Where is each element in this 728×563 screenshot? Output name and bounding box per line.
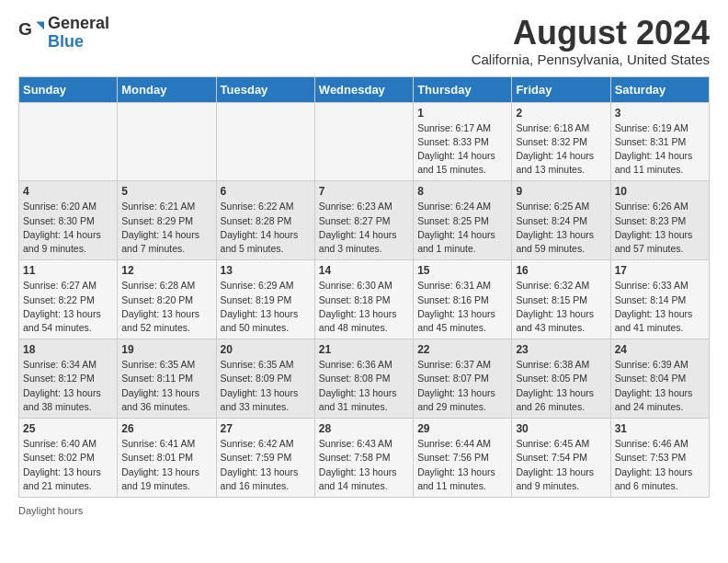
day-number: 23 <box>516 343 606 356</box>
calendar-cell <box>19 102 118 181</box>
svg-text:G: G <box>18 18 32 38</box>
calendar-day-header: Sunday <box>19 76 118 102</box>
day-number: 30 <box>516 422 606 435</box>
calendar-cell: 9Sunrise: 6:25 AM Sunset: 8:24 PM Daylig… <box>512 181 610 260</box>
day-number: 25 <box>23 422 113 435</box>
day-detail: Sunrise: 6:43 AM Sunset: 7:58 PM Dayligh… <box>319 437 409 493</box>
day-detail: Sunrise: 6:23 AM Sunset: 8:27 PM Dayligh… <box>319 200 409 256</box>
day-detail: Sunrise: 6:30 AM Sunset: 8:18 PM Dayligh… <box>319 279 409 335</box>
calendar-cell: 22Sunrise: 6:37 AM Sunset: 8:07 PM Dayli… <box>414 339 512 419</box>
day-detail: Sunrise: 6:33 AM Sunset: 8:14 PM Dayligh… <box>615 279 705 335</box>
calendar-cell: 30Sunrise: 6:45 AM Sunset: 7:54 PM Dayli… <box>512 419 610 498</box>
calendar-body: 1Sunrise: 6:17 AM Sunset: 8:33 PM Daylig… <box>19 102 710 497</box>
day-detail: Sunrise: 6:22 AM Sunset: 8:28 PM Dayligh… <box>221 200 311 256</box>
day-number: 16 <box>516 264 606 277</box>
calendar-cell: 7Sunrise: 6:23 AM Sunset: 8:27 PM Daylig… <box>314 181 413 260</box>
calendar-cell <box>118 102 216 181</box>
day-detail: Sunrise: 6:35 AM Sunset: 8:11 PM Dayligh… <box>121 358 211 414</box>
calendar-cell: 29Sunrise: 6:44 AM Sunset: 7:56 PM Dayli… <box>414 419 512 498</box>
calendar-cell: 1Sunrise: 6:17 AM Sunset: 8:33 PM Daylig… <box>414 102 512 181</box>
day-detail: Sunrise: 6:28 AM Sunset: 8:20 PM Dayligh… <box>121 279 211 335</box>
day-number: 12 <box>121 264 211 277</box>
calendar-week-row: 1Sunrise: 6:17 AM Sunset: 8:33 PM Daylig… <box>19 102 710 181</box>
day-detail: Sunrise: 6:40 AM Sunset: 8:02 PM Dayligh… <box>23 437 113 493</box>
calendar-day-header: Friday <box>512 76 610 102</box>
calendar-cell: 15Sunrise: 6:31 AM Sunset: 8:16 PM Dayli… <box>414 260 512 339</box>
day-detail: Sunrise: 6:37 AM Sunset: 8:07 PM Dayligh… <box>417 358 507 414</box>
day-number: 21 <box>319 343 409 356</box>
day-number: 18 <box>23 343 113 356</box>
day-detail: Sunrise: 6:18 AM Sunset: 8:32 PM Dayligh… <box>516 121 606 178</box>
day-number: 2 <box>516 107 606 120</box>
day-number: 1 <box>417 107 507 120</box>
day-detail: Sunrise: 6:29 AM Sunset: 8:19 PM Dayligh… <box>221 279 311 335</box>
calendar-cell: 26Sunrise: 6:41 AM Sunset: 8:01 PM Dayli… <box>118 419 216 498</box>
day-number: 13 <box>221 264 311 277</box>
day-detail: Sunrise: 6:45 AM Sunset: 7:54 PM Dayligh… <box>516 437 606 493</box>
calendar-cell: 12Sunrise: 6:28 AM Sunset: 8:20 PM Dayli… <box>118 260 216 339</box>
calendar-cell: 19Sunrise: 6:35 AM Sunset: 8:11 PM Dayli… <box>118 339 216 419</box>
day-detail: Sunrise: 6:35 AM Sunset: 8:09 PM Dayligh… <box>221 358 311 414</box>
day-number: 28 <box>319 422 409 435</box>
day-number: 27 <box>221 422 311 435</box>
day-number: 10 <box>615 185 705 198</box>
day-detail: Sunrise: 6:44 AM Sunset: 7:56 PM Dayligh… <box>417 437 507 493</box>
day-number: 26 <box>121 422 211 435</box>
day-detail: Sunrise: 6:17 AM Sunset: 8:33 PM Dayligh… <box>417 121 507 178</box>
day-detail: Sunrise: 6:41 AM Sunset: 8:01 PM Dayligh… <box>121 437 211 493</box>
calendar-day-header: Wednesday <box>314 76 413 102</box>
day-detail: Sunrise: 6:31 AM Sunset: 8:16 PM Dayligh… <box>417 279 507 335</box>
calendar-cell: 27Sunrise: 6:42 AM Sunset: 7:59 PM Dayli… <box>216 419 314 498</box>
day-number: 8 <box>417 185 507 198</box>
day-detail: Sunrise: 6:24 AM Sunset: 8:25 PM Dayligh… <box>417 200 507 256</box>
calendar-day-header: Tuesday <box>216 76 314 102</box>
day-number: 15 <box>417 264 507 277</box>
day-detail: Sunrise: 6:42 AM Sunset: 7:59 PM Dayligh… <box>221 437 311 493</box>
calendar-table: SundayMondayTuesdayWednesdayThursdayFrid… <box>18 76 710 498</box>
day-detail: Sunrise: 6:46 AM Sunset: 7:53 PM Dayligh… <box>615 437 705 493</box>
calendar-cell: 3Sunrise: 6:19 AM Sunset: 8:31 PM Daylig… <box>610 102 709 181</box>
day-number: 19 <box>121 343 211 356</box>
footer-daylight: Daylight hours <box>18 505 710 516</box>
day-number: 20 <box>221 343 311 356</box>
calendar-header-row: SundayMondayTuesdayWednesdayThursdayFrid… <box>19 76 710 102</box>
logo-icon: G <box>18 18 44 48</box>
day-number: 3 <box>615 107 705 120</box>
title-area: August 2024 California, Pennsylvania, Un… <box>472 15 710 67</box>
calendar-week-row: 4Sunrise: 6:20 AM Sunset: 8:30 PM Daylig… <box>19 181 710 260</box>
day-detail: Sunrise: 6:36 AM Sunset: 8:08 PM Dayligh… <box>319 358 409 414</box>
subtitle: California, Pennsylvania, United States <box>472 52 710 67</box>
calendar-cell: 18Sunrise: 6:34 AM Sunset: 8:12 PM Dayli… <box>19 339 118 419</box>
logo-text-general: General <box>48 15 109 33</box>
calendar-cell: 11Sunrise: 6:27 AM Sunset: 8:22 PM Dayli… <box>19 260 118 339</box>
day-detail: Sunrise: 6:20 AM Sunset: 8:30 PM Dayligh… <box>23 200 113 256</box>
calendar-cell <box>314 102 413 181</box>
calendar-day-header: Saturday <box>610 76 709 102</box>
calendar-week-row: 25Sunrise: 6:40 AM Sunset: 8:02 PM Dayli… <box>19 419 710 498</box>
day-number: 6 <box>221 185 311 198</box>
day-detail: Sunrise: 6:21 AM Sunset: 8:29 PM Dayligh… <box>121 200 211 256</box>
header: G General Blue August 2024 California, P… <box>18 15 710 67</box>
day-detail: Sunrise: 6:34 AM Sunset: 8:12 PM Dayligh… <box>23 358 113 414</box>
calendar-cell: 20Sunrise: 6:35 AM Sunset: 8:09 PM Dayli… <box>216 339 314 419</box>
calendar-cell: 14Sunrise: 6:30 AM Sunset: 8:18 PM Dayli… <box>314 260 413 339</box>
day-number: 5 <box>121 185 211 198</box>
calendar-day-header: Monday <box>118 76 216 102</box>
calendar-cell <box>216 102 314 181</box>
calendar-cell: 31Sunrise: 6:46 AM Sunset: 7:53 PM Dayli… <box>610 419 709 498</box>
calendar-cell: 4Sunrise: 6:20 AM Sunset: 8:30 PM Daylig… <box>19 181 118 260</box>
day-detail: Sunrise: 6:25 AM Sunset: 8:24 PM Dayligh… <box>516 200 606 256</box>
calendar-week-row: 11Sunrise: 6:27 AM Sunset: 8:22 PM Dayli… <box>19 260 710 339</box>
svg-marker-1 <box>36 21 44 29</box>
day-number: 14 <box>319 264 409 277</box>
day-detail: Sunrise: 6:19 AM Sunset: 8:31 PM Dayligh… <box>615 121 705 178</box>
calendar-cell: 10Sunrise: 6:26 AM Sunset: 8:23 PM Dayli… <box>610 181 709 260</box>
day-number: 9 <box>516 185 606 198</box>
calendar-cell: 2Sunrise: 6:18 AM Sunset: 8:32 PM Daylig… <box>512 102 610 181</box>
calendar-cell: 28Sunrise: 6:43 AM Sunset: 7:58 PM Dayli… <box>314 419 413 498</box>
day-number: 17 <box>615 264 705 277</box>
calendar-cell: 21Sunrise: 6:36 AM Sunset: 8:08 PM Dayli… <box>314 339 413 419</box>
day-number: 31 <box>615 422 705 435</box>
logo: G General Blue <box>18 15 109 52</box>
day-number: 11 <box>23 264 113 277</box>
